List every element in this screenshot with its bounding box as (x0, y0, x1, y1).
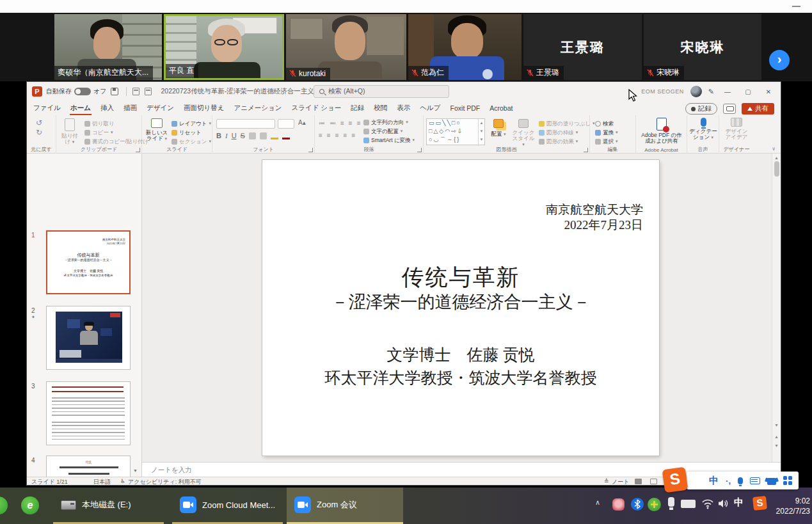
adobe-pdf-button[interactable]: Adobe PDF の作成および共有 (640, 118, 683, 144)
language-indicator[interactable]: 日本語 (93, 478, 111, 486)
indent-decrease-icon[interactable]: ≡ (340, 120, 344, 127)
search-input[interactable]: 検索 (Alt+Q) (314, 85, 449, 98)
reset-button[interactable]: リセット (171, 129, 211, 136)
strikethrough-button[interactable]: S (241, 132, 245, 139)
dictation-button[interactable]: ディクテーション ▾ (689, 118, 717, 140)
tab-record[interactable]: 記録 (350, 102, 365, 115)
editor-scrollbar[interactable]: ▲ ▼ ▲ ▼ (772, 154, 781, 462)
tray-360-icon[interactable] (648, 498, 661, 511)
tab-design[interactable]: デザイン (146, 102, 175, 115)
paste-button[interactable]: 貼り付け ▾ (59, 118, 81, 145)
copy-button[interactable]: コピー▾ (84, 129, 148, 136)
account-name[interactable]: EOM SEOGEN (641, 88, 684, 95)
notes-toggle-button[interactable]: ノート (612, 478, 629, 486)
design-ideas-button[interactable]: デザイン アイデア (722, 118, 751, 140)
scrollbar-thumb[interactable] (774, 161, 779, 177)
taskbar-button-zoom-meeting[interactable]: Zoom 会议 (287, 488, 403, 524)
accessibility-status[interactable]: アクセシビリティ: 利用不可 (128, 478, 202, 486)
slide-thumbnail-1[interactable]: 南京航空航天大学 2022年7月23日 传统与革新 －涩泽荣一的道德经济合一主义… (46, 230, 131, 294)
bold-button[interactable]: B (216, 132, 221, 139)
sogou-logo-icon[interactable]: S (662, 467, 689, 493)
tab-animations[interactable]: アニメーション (233, 102, 282, 115)
tab-transitions[interactable]: 画面切り替え (183, 102, 225, 115)
tray-sogou-icon[interactable]: S (752, 496, 767, 511)
quick-access-icon[interactable] (145, 88, 152, 95)
quick-access-icon[interactable] (132, 88, 139, 95)
taskbar-pinned-app-icon[interactable] (0, 496, 8, 514)
tab-foxit-pdf[interactable]: Foxit PDF (450, 102, 481, 114)
dialog-launcher-icon[interactable] (584, 148, 588, 152)
dialog-launcher-icon[interactable] (308, 148, 313, 152)
slide-sorter-view-button[interactable] (650, 479, 657, 484)
previous-slide-button[interactable]: ▲ (772, 434, 781, 440)
justify-icon[interactable]: ≡ (344, 132, 347, 139)
text-direction-button[interactable]: 文字列の方向▾ (363, 118, 415, 126)
dialog-launcher-icon[interactable] (136, 148, 140, 152)
share-button[interactable]: 共有 (742, 103, 774, 115)
video-tile-participant-2[interactable]: 平良 直 (164, 14, 284, 80)
layout-button[interactable]: レイアウト▾ (171, 120, 211, 127)
columns-icon[interactable]: ≡ (351, 132, 355, 139)
speaker-icon[interactable] (718, 498, 729, 511)
format-painter-button[interactable]: 書式のコピー/貼り付け (84, 138, 148, 145)
tab-insert[interactable]: 挿入 (100, 102, 115, 115)
collapse-ribbon-icon[interactable]: ∨ (772, 146, 776, 152)
italic-button[interactable]: I (225, 132, 228, 139)
tray-mic-icon[interactable] (668, 497, 674, 507)
slide-thumbnail-4[interactable]: 传统 (46, 456, 131, 477)
redo-icon[interactable]: ↻ (36, 128, 42, 138)
highlight-color-icon[interactable] (271, 132, 278, 139)
sogou-input-toolbar[interactable]: S 中 ·, (687, 472, 799, 489)
video-tile-participant-1[interactable]: 窦硕华（南京航空航天大... (54, 14, 162, 80)
font-name-input[interactable] (216, 119, 275, 129)
video-tile-participant-4[interactable]: 范為仁 (408, 14, 521, 80)
slide-canvas[interactable]: 南京航空航天大学 2022年7月23日 传统与革新 －涩泽荣一的道德经济合一主义… (262, 160, 659, 456)
tray-expand-icon[interactable]: ∧ (595, 498, 600, 507)
ime-punctuation-icon[interactable]: ·, (726, 476, 731, 486)
tab-acrobat[interactable]: Acrobat (489, 102, 513, 114)
slide-thumbnail-3[interactable] (46, 381, 131, 445)
ime-keyboard-icon[interactable] (750, 477, 760, 484)
browser-360-icon[interactable]: e (21, 496, 39, 514)
shape-gallery[interactable]: ▭▭╲╲□○ □△◇◠⇨⇩ ○◡⌒～{} ▲ ▼ ▼ (426, 118, 485, 145)
grow-font-icon[interactable]: A▴ (297, 119, 307, 126)
numbering-icon[interactable]: ≕ (330, 120, 336, 127)
align-right-icon[interactable]: ≡ (335, 132, 339, 139)
account-avatar[interactable] (690, 86, 702, 97)
autosave-toggle[interactable] (74, 88, 91, 95)
ime-mic-icon[interactable] (738, 477, 743, 484)
arrange-button[interactable]: 配置 ▾ (489, 119, 508, 137)
align-text-button[interactable]: 文字の配置▾ (363, 127, 415, 135)
quick-styles-button[interactable]: クイック スタイル ▾ (511, 119, 536, 147)
video-tile-participant-5[interactable]: 王景璐 王景璐 (523, 14, 642, 80)
dialog-launcher-icon[interactable] (417, 148, 422, 152)
thumbnail-scroll-down-icon[interactable]: ▼ (133, 468, 138, 473)
ime-skin-icon[interactable] (767, 478, 776, 485)
window-restore-button[interactable]: ▢ (741, 88, 755, 95)
cut-button[interactable]: 切り取り (84, 120, 148, 127)
section-button[interactable]: セクション▾ (171, 138, 211, 145)
shape-gallery-scrollbar[interactable]: ▲ ▼ ▼ (478, 119, 484, 146)
taskbar-button-local-disk[interactable]: 本地磁盘 (E:) (53, 488, 164, 524)
align-center-icon[interactable]: ≡ (327, 132, 331, 139)
undo-icon[interactable]: ↺ (36, 118, 42, 128)
line-spacing-icon[interactable]: ≡ (357, 120, 361, 127)
tray-flower-icon[interactable] (612, 498, 625, 511)
zoom-minimize-icon[interactable] (792, 6, 800, 7)
scroll-up-icon[interactable]: ▲ (772, 155, 781, 161)
align-left-icon[interactable]: ≡ (319, 132, 322, 139)
scroll-down-icon[interactable]: ▼ (772, 422, 781, 429)
shape-fill-button[interactable]: 図形の塗りつぶし▾ (539, 120, 595, 127)
window-close-button[interactable]: ✕ (761, 88, 776, 95)
taskbar-ime-indicator[interactable]: 中 (734, 496, 744, 509)
bluetooth-icon[interactable] (631, 498, 644, 511)
gallery-next-page-button[interactable]: › (769, 50, 790, 70)
tab-file[interactable]: ファイル (33, 102, 61, 115)
indent-increase-icon[interactable]: ≡ (349, 120, 353, 127)
slide-thumbnail-2[interactable] (46, 306, 131, 370)
tab-draw[interactable]: 描画 (123, 102, 138, 115)
new-slide-button[interactable]: 新しいスライド ▾ (144, 118, 170, 141)
ime-language-icon[interactable]: 中 (709, 475, 719, 487)
ink-pencil-icon[interactable]: ✎ (708, 88, 714, 96)
tab-review[interactable]: 校閲 (373, 102, 388, 115)
